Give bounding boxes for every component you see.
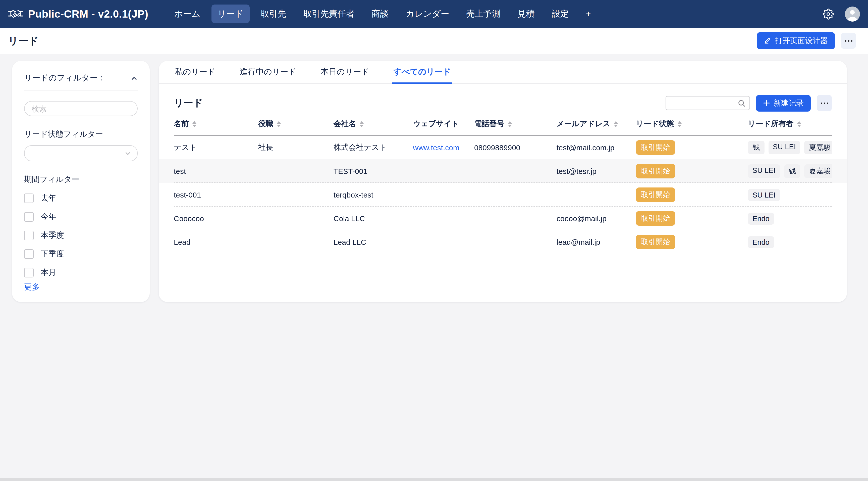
search-icon [737, 99, 746, 110]
content-area: リードのフィルター： リード状態フィルター 期間フィルター 去年今年本季度下季度… [0, 54, 868, 302]
tab-all-leads[interactable]: すべてのリード [393, 66, 452, 84]
nav-item-home[interactable]: ホーム [168, 4, 207, 23]
column-header-owner[interactable]: リード所有者 [748, 119, 832, 129]
nav-item-contacts[interactable]: 取引先責任者 [298, 4, 361, 23]
period-option-this-year[interactable]: 今年 [24, 212, 137, 222]
period-option-last-year[interactable]: 去年 [24, 193, 137, 204]
table-toolbar: リード 新建记录 [174, 95, 832, 111]
dot-icon [848, 40, 849, 41]
checkbox-icon[interactable] [24, 249, 34, 259]
tab-today-leads[interactable]: 本日のリード [320, 66, 370, 84]
app-title: Public-CRM - v2.0.1(JP) [28, 8, 148, 20]
cell-status: 取引開始 [636, 187, 748, 202]
cell-role: 社長 [258, 143, 334, 152]
horizontal-scrollbar[interactable] [0, 478, 868, 481]
table-row[interactable]: testTEST-001test@tesr.jp取引開始SU LEI钱夏嘉駿 [159, 159, 847, 183]
cell-email: lead@mail.jp [557, 238, 636, 246]
column-label: メールアドレス [557, 119, 610, 129]
owner-tag: 夏嘉駿 [804, 141, 832, 154]
cell-name: test [174, 167, 258, 175]
table-row[interactable]: test-001terqbox-test取引開始SU LEI [159, 183, 847, 207]
sort-arrows-icon[interactable] [797, 121, 801, 127]
sort-arrows-icon[interactable] [508, 121, 512, 127]
owner-tag: Endo [748, 212, 774, 224]
nav-item-add[interactable]: + [580, 5, 597, 22]
cell-email: coooo@mail.jp [557, 214, 636, 223]
checkbox-label: 去年 [41, 193, 56, 204]
lead-status-badge: 取引開始 [636, 235, 675, 249]
tab-in-progress-leads[interactable]: 進行中のリード [239, 66, 298, 84]
website-link[interactable]: www.test.com [413, 143, 459, 152]
cell-status: 取引開始 [636, 211, 748, 226]
column-label: リード状態 [636, 119, 674, 129]
checkbox-label: 下季度 [41, 249, 64, 259]
period-option-this-quarter[interactable]: 本季度 [24, 230, 137, 241]
tab-my-leads[interactable]: 私のリード [174, 66, 217, 84]
nav-item-quotes[interactable]: 見積 [512, 4, 541, 23]
cell-company: Cola LLC [334, 214, 413, 223]
period-option-next-quarter[interactable]: 下季度 [24, 249, 137, 259]
sort-arrows-icon[interactable] [277, 121, 281, 127]
open-page-designer-label: 打开页面设计器 [775, 36, 828, 46]
nav-item-accounts[interactable]: 取引先 [255, 4, 292, 23]
lead-status-badge: 取引開始 [636, 164, 675, 178]
table-more-button[interactable] [817, 95, 832, 111]
period-filter-label: 期間フィルター [24, 174, 137, 185]
cell-email: test@mail.com.jp [557, 143, 636, 152]
checkbox-icon[interactable] [24, 212, 34, 222]
table-row[interactable]: LeadLead LLClead@mail.jp取引開始Endo [159, 230, 847, 254]
sort-arrows-icon[interactable] [192, 121, 196, 127]
table-row[interactable]: テスト社長株式会社テストwww.test.com08099889900test@… [159, 136, 847, 159]
column-header-email[interactable]: メールアドレス [557, 119, 636, 129]
cell-owner: Endo [748, 212, 832, 224]
cell-company: TEST-001 [334, 167, 413, 175]
table-row[interactable]: CooocooCola LLCcoooo@mail.jp取引開始Endo [159, 207, 847, 230]
column-header-role[interactable]: 役職 [258, 119, 334, 129]
dot-icon [845, 40, 846, 41]
nav-item-deals[interactable]: 商談 [366, 4, 395, 23]
sort-arrows-icon[interactable] [614, 121, 618, 127]
owner-tag: SU LEI [748, 189, 780, 201]
owner-tag: 钱 [748, 141, 764, 154]
new-record-button[interactable]: 新建记录 [756, 95, 811, 111]
cell-name: test-001 [174, 190, 258, 199]
filter-search-input[interactable] [24, 101, 137, 116]
checkbox-icon[interactable] [24, 268, 34, 277]
table-title: リード [174, 96, 203, 110]
nav-item-leads[interactable]: リード [212, 4, 250, 23]
column-header-name[interactable]: 名前 [174, 119, 258, 129]
sort-arrows-icon[interactable] [360, 121, 364, 127]
checkbox-icon[interactable] [24, 193, 34, 203]
page-more-button[interactable] [841, 33, 856, 49]
period-filter-options: 去年今年本季度下季度本月 [24, 193, 137, 278]
cell-owner: 钱SU LEI夏嘉駿 [748, 141, 832, 154]
nav-item-forecast[interactable]: 売上予測 [460, 4, 506, 23]
checkbox-icon[interactable] [24, 231, 34, 240]
chevron-down-icon [125, 150, 131, 156]
nav-item-calendar[interactable]: カレンダー [400, 4, 455, 23]
sort-arrows-icon[interactable] [677, 121, 681, 127]
column-header-status[interactable]: リード状態 [636, 119, 748, 129]
table-body: テスト社長株式会社テストwww.test.com08099889900test@… [159, 136, 847, 254]
lead-status-badge: 取引開始 [636, 140, 675, 155]
settings-gear-icon[interactable] [823, 8, 834, 19]
cell-owner: SU LEI钱夏嘉駿 [748, 164, 832, 178]
cell-status: 取引開始 [636, 140, 748, 155]
handshake-logo-icon [8, 8, 23, 19]
app-brand: Public-CRM - v2.0.1(JP) [8, 8, 148, 20]
column-header-company[interactable]: 会社名 [334, 119, 413, 129]
cell-website: www.test.com [413, 143, 474, 152]
plus-icon [763, 99, 770, 107]
open-page-designer-button[interactable]: 打开页面设计器 [757, 32, 835, 49]
user-avatar[interactable] [845, 6, 860, 21]
lead-status-filter-select[interactable] [24, 145, 137, 161]
more-filters-link[interactable]: 更多 [24, 282, 40, 293]
period-option-this-month[interactable]: 本月 [24, 267, 137, 278]
chevron-up-icon[interactable] [131, 74, 137, 82]
checkbox-label: 今年 [41, 212, 56, 222]
nav-item-settings[interactable]: 設定 [546, 4, 575, 23]
table-header-row: 名前役職会社名ウェブサイト電話番号メールアドレスリード状態リード所有者 [174, 119, 832, 136]
column-label: ウェブサイト [413, 119, 459, 129]
column-label: 電話番号 [474, 119, 504, 129]
column-header-phone[interactable]: 電話番号 [474, 119, 557, 129]
